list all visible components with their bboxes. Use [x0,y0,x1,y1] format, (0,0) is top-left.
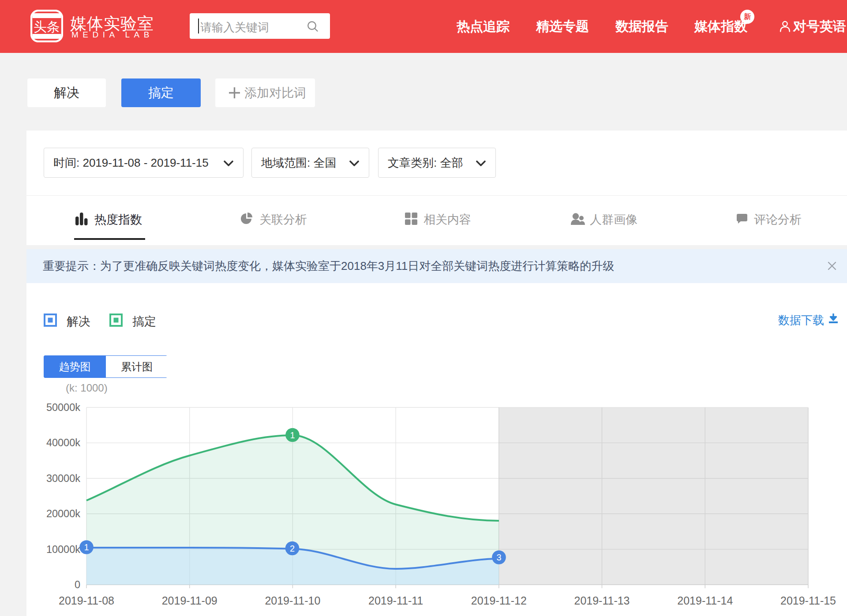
svg-text:2019-11-11: 2019-11-11 [368,594,423,607]
svg-text:头条: 头条 [34,19,60,34]
svg-text:2: 2 [290,544,295,553]
svg-text:2019-11-12: 2019-11-12 [471,594,527,607]
svg-text:1: 1 [84,542,89,552]
svg-text:2019-11-14: 2019-11-14 [677,594,733,607]
svg-text:0: 0 [75,579,80,590]
svg-text:3: 3 [496,553,501,562]
svg-text:2019-11-08: 2019-11-08 [59,594,114,607]
svg-text:2019-11-09: 2019-11-09 [162,594,217,607]
svg-text:50000k: 50000k [46,402,80,413]
svg-text:20000k: 20000k [46,508,80,519]
svg-text:1: 1 [290,430,295,440]
svg-text:30000k: 30000k [46,473,80,484]
svg-text:2019-11-13: 2019-11-13 [574,594,630,607]
svg-text:2019-11-10: 2019-11-10 [265,594,320,607]
svg-text:10000k: 10000k [46,544,80,555]
svg-text:2019-11-15: 2019-11-15 [780,594,836,607]
svg-text:40000k: 40000k [46,437,80,448]
